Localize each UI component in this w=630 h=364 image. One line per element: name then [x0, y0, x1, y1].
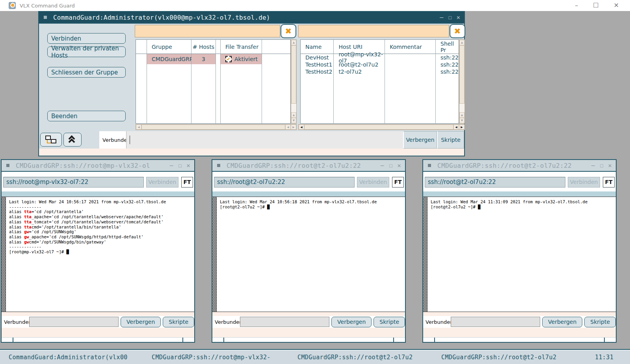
verbinden-button[interactable]: Verbinden: [47, 33, 126, 44]
maximize-icon[interactable]: ☐: [389, 162, 392, 169]
window-menu-icon[interactable]: [44, 16, 47, 19]
host-row-shell[interactable]: ssh:22: [436, 61, 459, 68]
host-table-vscrollbar[interactable]: ▲ ▲ ▼: [459, 39, 465, 124]
terminal-scrollbar[interactable]: [2, 197, 6, 312]
script-input[interactable]: [29, 317, 119, 327]
host-row-kommentar[interactable]: [385, 68, 435, 75]
terminal-scrollbar[interactable]: [212, 197, 217, 312]
os-maximize-button[interactable]: ☐: [593, 2, 598, 9]
skripte-button[interactable]: Skripte: [584, 317, 616, 327]
schliessen-gruppe-button[interactable]: Schliessen der Gruppe: [47, 67, 126, 78]
host-row-shell[interactable]: ssh:22: [436, 68, 459, 75]
script-input[interactable]: [240, 317, 329, 327]
command-input[interactable]: [126, 131, 403, 149]
scroll-down-icon[interactable]: ▼: [459, 118, 465, 123]
window-resize-edge[interactable]: [423, 337, 616, 342]
maximize-icon[interactable]: ☐: [600, 162, 603, 169]
maximize-icon[interactable]: ☐: [178, 162, 182, 169]
terminal-screen[interactable]: Last login: Wed Mar 24 10:56:17 2021 fro…: [2, 197, 194, 312]
host-row-uri[interactable]: root@t2-ol7u2: [334, 61, 385, 68]
ft-button[interactable]: FT: [392, 177, 404, 188]
verbinden-button-disabled[interactable]: Verbinden: [357, 177, 389, 188]
group-row-name[interactable]: CMDGuardGRP: [147, 54, 191, 64]
minimize-icon[interactable]: –: [170, 162, 173, 169]
taskbar-item-terminal-1[interactable]: CMDGuardGRP:ssh://root@mp-vlx32-: [152, 354, 271, 361]
group-row-file-transfer[interactable]: ✔ Aktiviert: [221, 54, 262, 64]
ft-button[interactable]: FT: [603, 177, 615, 188]
minimize-icon[interactable]: –: [440, 14, 443, 21]
group-filter-input[interactable]: [135, 25, 280, 37]
script-input[interactable]: [451, 317, 540, 327]
host-panel-close-button[interactable]: ✖: [450, 24, 465, 38]
host-row-name[interactable]: TestHost2: [301, 68, 333, 75]
collapse-up-button[interactable]: [63, 133, 82, 147]
scroll-left-icon[interactable]: ◀: [285, 124, 291, 130]
skripte-button[interactable]: Skripte: [437, 131, 464, 149]
scroll-up-icon[interactable]: ▲: [459, 40, 465, 45]
terminal-title: CMDGuardGRP:ssh://root@t2-ol7u2:22: [227, 162, 361, 169]
verwalten-private-hosts-button[interactable]: Verwalten der privaten Hosts: [47, 46, 126, 57]
verbergen-button[interactable]: Verbergen: [542, 317, 582, 327]
ssh-uri-input[interactable]: ssh://root@mp-vlx32-ol7:22: [3, 177, 144, 188]
ssh-uri-input[interactable]: ssh://root@t2-ol7u2:22: [425, 177, 565, 188]
scroll-left-icon[interactable]: ◀: [136, 124, 141, 130]
host-row-name[interactable]: DevHost: [301, 54, 333, 61]
window-resize-edge[interactable]: [212, 337, 405, 342]
scroll-thumb[interactable]: [141, 124, 285, 130]
terminal-screen[interactable]: Last login: Wed Mar 24 10:56:18 2021 fro…: [212, 197, 405, 312]
window-menu-icon[interactable]: [6, 164, 9, 167]
close-icon[interactable]: ✕: [187, 162, 190, 169]
os-minimize-button[interactable]: –: [575, 2, 578, 9]
host-row-uri[interactable]: t2-ol7u2: [334, 68, 385, 75]
window-menu-icon[interactable]: [428, 164, 431, 167]
os-close-button[interactable]: ✕: [614, 2, 619, 9]
scroll-thumb[interactable]: [291, 45, 296, 104]
skripte-button[interactable]: Skripte: [374, 317, 405, 327]
close-icon[interactable]: ✕: [457, 14, 460, 21]
ft-button[interactable]: FT: [181, 177, 193, 188]
scroll-up-icon[interactable]: ▲: [291, 40, 296, 45]
terminal-scrollbar[interactable]: [423, 197, 427, 312]
group-panel-close-button[interactable]: ✖: [281, 24, 296, 38]
taskbar-item-terminal-2[interactable]: CMDGuardGRP:ssh://root@t2-ol7u2: [297, 354, 413, 361]
host-row-shell[interactable]: ssh:22: [436, 54, 459, 61]
window-resize-edge[interactable]: [2, 337, 194, 342]
scroll-right-icon[interactable]: ▶: [459, 124, 465, 130]
topology-button[interactable]: [40, 133, 62, 147]
file-transfer-checkbox[interactable]: ✔: [225, 56, 232, 62]
verbinden-button-disabled[interactable]: Verbinden: [146, 177, 178, 188]
scroll-thumb[interactable]: [304, 124, 453, 130]
maximize-icon[interactable]: ☐: [448, 14, 452, 21]
window-menu-icon[interactable]: [217, 164, 220, 167]
taskbar-item-commandguard[interactable]: CommandGuard:Administrator(vlx00: [9, 354, 128, 361]
terminal-screen[interactable]: Last login: Wed Mar 24 11:31:09 2021 fro…: [423, 197, 616, 312]
verbinden-button-disabled[interactable]: Verbinden: [568, 177, 600, 188]
verbergen-button[interactable]: Verbergen: [121, 317, 161, 327]
host-row-uri[interactable]: root@mp-vlx32-ol7: [334, 54, 385, 61]
group-table-hscrollbar[interactable]: ◀ ◀ ▶: [136, 124, 297, 130]
host-table-hscrollbar[interactable]: ◀ ◀ ▶: [298, 124, 465, 130]
scroll-thumb[interactable]: [459, 45, 465, 104]
verbergen-button[interactable]: Verbergen: [403, 131, 437, 149]
close-icon[interactable]: ✕: [398, 162, 401, 169]
scroll-up-icon[interactable]: ▲: [291, 112, 296, 118]
ssh-uri-input[interactable]: ssh://root@t2-ol7u2:22: [214, 177, 355, 188]
host-row-name[interactable]: TestHost1: [301, 61, 333, 68]
group-table-vscrollbar[interactable]: ▲ ▲ ▼: [291, 39, 297, 124]
host-row-kommentar[interactable]: [385, 54, 435, 61]
skripte-button[interactable]: Skripte: [163, 317, 194, 327]
minimize-icon[interactable]: –: [381, 162, 384, 169]
taskbar-item-terminal-3[interactable]: CMDGuardGRP:ssh://root@t2-ol7u2: [441, 354, 556, 361]
scroll-down-icon[interactable]: ▼: [291, 118, 296, 123]
host-row-kommentar[interactable]: [385, 61, 435, 68]
group-row-hosts[interactable]: 3: [191, 54, 216, 64]
beenden-button[interactable]: Beenden: [47, 111, 126, 121]
scroll-left-icon[interactable]: ◀: [299, 124, 304, 130]
close-icon[interactable]: ✕: [608, 162, 612, 169]
scroll-left-icon[interactable]: ◀: [453, 124, 459, 130]
scroll-up-icon[interactable]: ▲: [459, 112, 465, 118]
host-filter-input[interactable]: [298, 25, 449, 37]
scroll-right-icon[interactable]: ▶: [291, 124, 296, 130]
verbergen-button[interactable]: Verbergen: [331, 317, 372, 327]
minimize-icon[interactable]: –: [591, 162, 595, 169]
